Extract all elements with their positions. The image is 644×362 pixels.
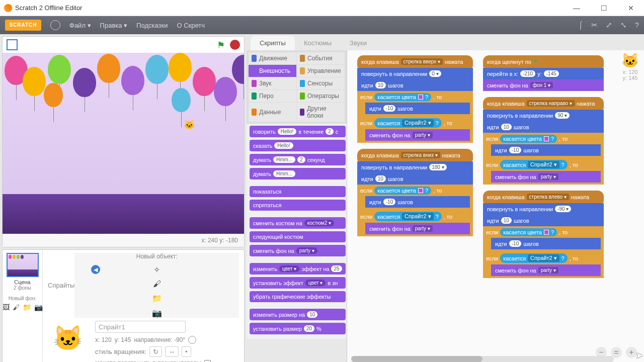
fullscreen-icon[interactable] <box>7 39 18 50</box>
backdrop-camera-icon[interactable]: 📷 <box>34 303 43 311</box>
script-stack-down[interactable]: когда клавишастрелка вниз ▾нажата поверн… <box>357 149 473 236</box>
window-controls: — ☐ ✕ <box>568 4 640 12</box>
category-sound[interactable]: Звук <box>249 77 296 89</box>
window-title: Scratch 2 Offline Editor <box>15 4 568 12</box>
main-area: ⚑ 🐱 x: 240 y: -180 Сцена 2 фоны Новый фо… <box>0 34 644 362</box>
category-looks[interactable]: Внешность <box>249 65 296 77</box>
script-stack-up[interactable]: когда клавишастрелка вверх ▾нажата повер… <box>357 55 473 143</box>
block-clear-effects[interactable]: убрать графические эффекты <box>250 291 346 302</box>
block-switch-backdrop[interactable]: сменить фон наparty ▾ <box>250 245 346 256</box>
sprite-x: x: 120 <box>95 336 112 343</box>
rotation-all[interactable]: ↻ <box>149 346 162 357</box>
maximize-button[interactable]: ☐ <box>595 4 613 12</box>
tab-scripts[interactable]: Скрипты <box>251 36 295 50</box>
category-events[interactable]: События <box>297 52 345 64</box>
sprite-library-icon[interactable]: ✧ <box>153 265 160 275</box>
sprite-thumbnail[interactable]: 🐱 <box>48 321 88 356</box>
sprite-indicator: 🐱 x: 120 y: 145 <box>621 52 639 81</box>
script-area[interactable]: 🐱 x: 120 y: 145 когда клавишастрелка вве… <box>347 50 644 362</box>
block-think[interactable]: думатьHmm... <box>250 168 346 179</box>
draggable-checkbox[interactable] <box>204 360 211 363</box>
backdrop-upload-icon[interactable]: 📁 <box>23 303 31 311</box>
stage-thumbnail[interactable] <box>7 253 39 277</box>
stage-coords: x: 240 y: -180 <box>3 234 244 247</box>
sprite-info-toggle[interactable]: ◀ <box>91 265 100 274</box>
rotation-leftright[interactable]: ↔ <box>165 346 179 357</box>
left-panel: ⚑ 🐱 x: 240 y: -180 Сцена 2 фоны Новый фо… <box>0 34 247 362</box>
stage[interactable]: 🐱 <box>3 53 244 234</box>
minimize-button[interactable]: — <box>568 4 586 12</box>
block-change-size[interactable]: изменить размер на10 <box>250 309 346 320</box>
category-pen[interactable]: Перо <box>249 90 296 102</box>
backdrop-library-icon[interactable]: 🖼 <box>3 303 10 311</box>
block-next-costume[interactable]: следующий костюм <box>250 231 346 242</box>
backdrop-paint-icon[interactable]: 🖌 <box>13 303 20 311</box>
sprite-list: Спрайты Новый объект: ✧ 🖌 📁 📷 ◀ 🐱 <box>43 250 244 362</box>
sprite-y: y: 145 <box>115 336 131 343</box>
block-set-effect[interactable]: установить эффектцвет ▾в зн <box>250 277 346 289</box>
draggable-label: можете перетащить в проигрыватель: <box>95 359 201 362</box>
sprite-direction: направление: -90° <box>134 336 185 343</box>
workspace: Движение События Внешность Управление Зв… <box>247 50 644 362</box>
sprite-paint-icon[interactable]: 🖌 <box>153 280 161 289</box>
close-button[interactable]: ✕ <box>622 4 640 12</box>
block-hide[interactable]: спрятаться <box>250 200 346 211</box>
sprite-info: x: 120 y: 145 направление: -90° стиль вр… <box>95 321 239 362</box>
stop-icon[interactable] <box>230 40 240 50</box>
category-operators[interactable]: Операторы <box>297 90 345 102</box>
tab-costumes[interactable]: Костюмы <box>295 36 341 50</box>
block-think-for[interactable]: думатьHmm...2секунд <box>250 154 346 165</box>
rotation-label: стиль вращения: <box>95 348 146 355</box>
cut-icon[interactable]: ✂ <box>591 21 598 30</box>
category-more[interactable]: Другие блоки <box>297 103 345 122</box>
menu-about[interactable]: О Скретч <box>177 22 205 29</box>
category-data[interactable]: Данные <box>249 103 296 122</box>
stage-label: Сцена <box>6 279 39 285</box>
script-stack-right[interactable]: когда клавишастрелка направо ▾нажата пов… <box>483 97 604 185</box>
menu-edit[interactable]: Правка ▾ <box>100 22 128 29</box>
shrink-icon[interactable]: ⤡ <box>620 21 627 30</box>
indicator-x: x: 120 <box>621 69 639 75</box>
block-set-size[interactable]: установить размер20% <box>250 323 346 334</box>
sprite-on-stage[interactable]: 🐱 <box>184 119 195 130</box>
block-switch-costume[interactable]: сменить костюм накостюм2 ▾ <box>250 217 346 229</box>
cat-icon: 🐱 <box>621 52 639 69</box>
category-control[interactable]: Управление <box>297 65 345 77</box>
language-icon[interactable] <box>50 20 60 30</box>
horizontal-scrollbar[interactable] <box>351 356 614 362</box>
sprite-name-input[interactable] <box>95 321 186 333</box>
green-flag-icon[interactable]: ⚑ <box>217 40 227 50</box>
cat-icon: 🐱 <box>48 321 88 356</box>
stage-backdrop-count: 2 фоны <box>6 285 39 291</box>
block-change-effect[interactable]: изменитьцвет ▾эффект на25 <box>250 263 346 275</box>
menu-file[interactable]: Файл ▾ <box>69 22 91 29</box>
grow-icon[interactable]: ⤢ <box>606 21 612 30</box>
app-icon <box>4 4 12 12</box>
help-icon[interactable]: ? <box>635 21 639 30</box>
stamp-icon[interactable]: ⌠ <box>579 21 583 30</box>
tabs: Скрипты Костюмы Звуки <box>247 34 644 50</box>
menu-tips[interactable]: Подсказки <box>136 22 168 29</box>
new-backdrop-label: Новый фон: <box>6 296 39 301</box>
new-sprite-label: Новый объект: <box>136 253 178 260</box>
block-palette: Движение События Внешность Управление Зв… <box>247 50 347 362</box>
sprite-camera-icon[interactable]: 📷 <box>152 308 162 318</box>
window-titlebar: Scratch 2 Offline Editor — ☐ ✕ <box>0 0 644 16</box>
scratch-logo[interactable]: SCRATCH <box>5 20 41 31</box>
block-say-for[interactable]: говоритьHello!в течение2с <box>250 126 346 137</box>
script-stack-left[interactable]: когда клавишастрелка влево ▾нажата повер… <box>483 191 604 278</box>
menubar: SCRATCH Файл ▾ Правка ▾ Подсказки О Скре… <box>0 16 644 34</box>
block-say[interactable]: сказатьHello! <box>250 140 346 151</box>
stage-selector[interactable]: Сцена 2 фоны Новый фон: 🖼 🖌 📁 📷 <box>3 250 43 362</box>
direction-dial[interactable] <box>188 336 196 344</box>
indicator-y: y: 145 <box>621 75 639 81</box>
right-panel: Скрипты Костюмы Звуки Движение События В… <box>247 34 644 362</box>
tab-sounds[interactable]: Звуки <box>341 36 376 50</box>
rotation-none[interactable]: • <box>182 346 191 357</box>
sprite-upload-icon[interactable]: 📁 <box>152 294 162 303</box>
block-show[interactable]: показаться <box>250 186 346 197</box>
category-sensing[interactable]: Сенсоры <box>297 77 345 89</box>
sprite-panel: Сцена 2 фоны Новый фон: 🖼 🖌 📁 📷 Спрайты … <box>2 249 245 362</box>
category-motion[interactable]: Движение <box>249 52 296 64</box>
script-stack-flag[interactable]: когда щелкнут по⚑ перейти в x:-210y:-145… <box>483 55 604 91</box>
